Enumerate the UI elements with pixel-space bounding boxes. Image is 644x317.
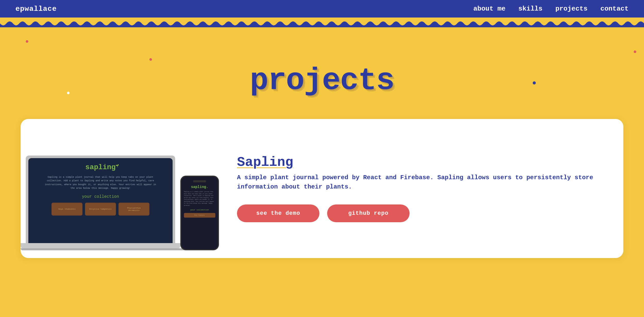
project-buttons: see the demo github repo xyxy=(237,204,603,222)
laptop-screen: sapling 🌱 Sapling is a simple plant jour… xyxy=(28,158,173,243)
nav-link-about[interactable]: about me xyxy=(473,5,506,13)
laptop-frame: sapling 🌱 Sapling is a simple plant jour… xyxy=(26,156,175,243)
nav-logo[interactable]: epwallace xyxy=(15,5,57,13)
phone-collection-label: your collection xyxy=(184,209,215,211)
plant-card-1: Hoya thomsonii xyxy=(52,203,82,216)
project-card: sapling 🌱 Sapling is a simple plant jour… xyxy=(21,119,623,258)
collection-label: your collection xyxy=(35,194,166,199)
dot-red-1 xyxy=(26,40,28,43)
scallop-border xyxy=(0,18,644,27)
page-title: projects xyxy=(21,63,623,98)
plant-card-3: Phyllanthus mirabilis xyxy=(118,203,149,216)
phone-notch xyxy=(193,180,206,182)
hero-section: projects sapling 🌱 Sapling is a simple p… xyxy=(0,27,644,317)
project-title: Sapling xyxy=(237,155,603,170)
nav-link-contact[interactable]: contact xyxy=(600,5,629,13)
laptop-base-bottom xyxy=(21,248,196,250)
dot-red-2 xyxy=(149,58,152,61)
page-title-container: projects xyxy=(21,43,623,119)
title-dot: 🌱 xyxy=(116,164,119,167)
github-repo-button[interactable]: github repo xyxy=(327,204,410,222)
phone-app-text: Sapling is a simple plant journal that w… xyxy=(184,191,215,207)
app-screen-title: sapling 🌱 xyxy=(35,163,166,171)
project-description: A simple plant journal powered by React … xyxy=(237,173,603,192)
nav-links: about me skills projects contact xyxy=(473,5,629,13)
plant-card-2: Encyclia tampensis xyxy=(85,203,116,216)
mockup-area: sapling 🌱 Sapling is a simple plant jour… xyxy=(41,134,216,243)
dot-red-3 xyxy=(634,50,636,53)
laptop-base xyxy=(21,243,180,248)
phone-mockup: sapling. Sapling is a simple plant journ… xyxy=(180,176,222,250)
phone-app-title: sapling. xyxy=(184,185,215,189)
navbar: epwallace about me skills projects conta… xyxy=(0,0,644,18)
laptop-mockup: sapling 🌱 Sapling is a simple plant jour… xyxy=(21,156,180,250)
nav-link-projects[interactable]: projects xyxy=(555,5,588,13)
project-info: Sapling A simple plant journal powered b… xyxy=(232,155,603,222)
phone-plant-card: Hoya thomsonii xyxy=(184,213,215,218)
app-screen-subtitle: Sapling is a simple plant journal that w… xyxy=(35,175,166,190)
nav-link-skills[interactable]: skills xyxy=(518,5,543,13)
plant-grid: Hoya thomsonii Encyclia tampensis Phylla… xyxy=(35,203,166,216)
see-demo-button[interactable]: see the demo xyxy=(237,204,319,222)
phone-frame: sapling. Sapling is a simple plant journ… xyxy=(180,176,219,250)
